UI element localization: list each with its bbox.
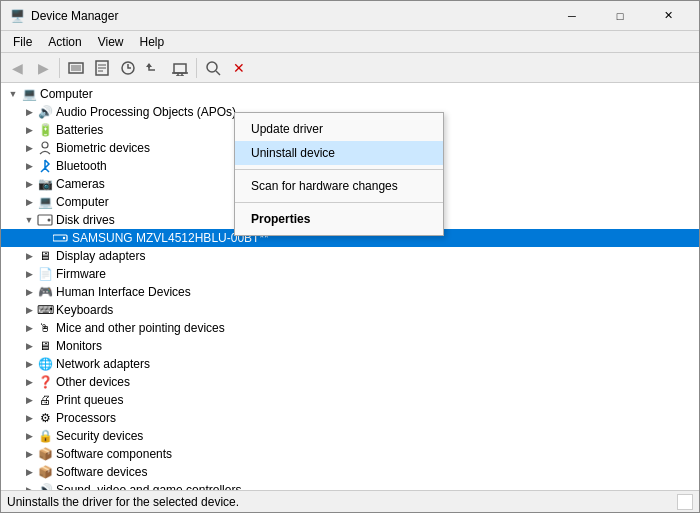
uninstall-button[interactable]	[168, 56, 192, 80]
softwaredev-icon: 📦	[37, 464, 53, 480]
cameras-expander[interactable]: ▶	[21, 176, 37, 192]
security-label: Security devices	[56, 429, 143, 443]
maximize-button[interactable]: □	[597, 1, 643, 31]
tree-item-firmware[interactable]: ▶ 📄 Firmware	[1, 265, 699, 283]
network-expander[interactable]: ▶	[21, 356, 37, 372]
other-devices-label: Other devices	[56, 375, 130, 389]
other-devices-expander[interactable]: ▶	[21, 374, 37, 390]
tree-item-hid[interactable]: ▶ 🎮 Human Interface Devices	[1, 283, 699, 301]
diskdrives-icon	[37, 212, 53, 228]
firmware-icon: 📄	[37, 266, 53, 282]
svg-point-19	[63, 237, 65, 239]
context-menu-scan[interactable]: Scan for hardware changes	[235, 174, 443, 198]
sound-icon: 🔊	[37, 482, 53, 490]
svg-line-14	[216, 71, 220, 75]
svg-point-17	[48, 219, 51, 222]
menu-file[interactable]: File	[5, 33, 40, 51]
computer-expander[interactable]: ▶	[21, 194, 37, 210]
hid-expander[interactable]: ▶	[21, 284, 37, 300]
hid-label: Human Interface Devices	[56, 285, 191, 299]
samsung-icon	[53, 230, 69, 246]
monitors-icon: 🖥	[37, 338, 53, 354]
tree-item-display[interactable]: ▶ 🖥 Display adapters	[1, 247, 699, 265]
monitors-label: Monitors	[56, 339, 102, 353]
other-devices-icon: ❓	[37, 374, 53, 390]
softwarecomp-label: Software components	[56, 447, 172, 461]
tree-item-softwarecomp[interactable]: ▶ 📦 Software components	[1, 445, 699, 463]
tree-item-processors[interactable]: ▶ ⚙ Processors	[1, 409, 699, 427]
tree-item-keyboards[interactable]: ▶ ⌨ Keyboards	[1, 301, 699, 319]
tree-item-print[interactable]: ▶ 🖨 Print queues	[1, 391, 699, 409]
bluetooth-icon	[37, 158, 53, 174]
show-hidden-button[interactable]	[64, 56, 88, 80]
tree-item-monitors[interactable]: ▶ 🖥 Monitors	[1, 337, 699, 355]
bluetooth-expander[interactable]: ▶	[21, 158, 37, 174]
processors-expander[interactable]: ▶	[21, 410, 37, 426]
audio-expander[interactable]: ▶	[21, 104, 37, 120]
keyboards-expander[interactable]: ▶	[21, 302, 37, 318]
minimize-button[interactable]: ─	[549, 1, 595, 31]
display-icon: 🖥	[37, 248, 53, 264]
forward-button[interactable]: ▶	[31, 56, 55, 80]
softwarecomp-icon: 📦	[37, 446, 53, 462]
close-button[interactable]: ✕	[645, 1, 691, 31]
menu-bar: File Action View Help	[1, 31, 699, 53]
svg-marker-7	[146, 63, 152, 67]
cameras-label: Cameras	[56, 177, 105, 191]
network-label: Network adapters	[56, 357, 150, 371]
tree-item-softwaredev[interactable]: ▶ 📦 Software devices	[1, 463, 699, 481]
mice-expander[interactable]: ▶	[21, 320, 37, 336]
svg-point-13	[207, 62, 217, 72]
firmware-expander[interactable]: ▶	[21, 266, 37, 282]
svg-rect-1	[71, 65, 81, 71]
tree-item-mice[interactable]: ▶ 🖱 Mice and other pointing devices	[1, 319, 699, 337]
print-expander[interactable]: ▶	[21, 392, 37, 408]
security-icon: 🔒	[37, 428, 53, 444]
sound-expander[interactable]: ▶	[21, 482, 37, 490]
cameras-icon: 📷	[37, 176, 53, 192]
softwaredev-expander[interactable]: ▶	[21, 464, 37, 480]
root-label: Computer	[40, 87, 93, 101]
menu-help[interactable]: Help	[132, 33, 173, 51]
security-expander[interactable]: ▶	[21, 428, 37, 444]
biometric-icon	[37, 140, 53, 156]
device-manager-window: 🖥️ Device Manager ─ □ ✕ File Action View…	[0, 0, 700, 513]
sound-label: Sound, video and game controllers	[56, 483, 241, 490]
menu-view[interactable]: View	[90, 33, 132, 51]
batteries-icon: 🔋	[37, 122, 53, 138]
batteries-label: Batteries	[56, 123, 103, 137]
context-menu-uninstall[interactable]: Uninstall device	[235, 141, 443, 165]
processors-icon: ⚙	[37, 410, 53, 426]
keyboards-label: Keyboards	[56, 303, 113, 317]
tree-item-other-devices[interactable]: ▶ ❓ Other devices	[1, 373, 699, 391]
context-menu-properties[interactable]: Properties	[235, 207, 443, 231]
tree-item-sound[interactable]: ▶ 🔊 Sound, video and game controllers	[1, 481, 699, 490]
update-driver-icon	[120, 60, 136, 76]
audio-icon: 🔊	[37, 104, 53, 120]
tree-root[interactable]: ▼ 💻 Computer	[1, 85, 699, 103]
bluetooth-label: Bluetooth	[56, 159, 107, 173]
menu-action[interactable]: Action	[40, 33, 89, 51]
softwarecomp-expander[interactable]: ▶	[21, 446, 37, 462]
print-icon: 🖨	[37, 392, 53, 408]
batteries-expander[interactable]: ▶	[21, 122, 37, 138]
rollback-button[interactable]	[142, 56, 166, 80]
update-driver-button[interactable]	[116, 56, 140, 80]
context-menu-update-driver[interactable]: Update driver	[235, 117, 443, 141]
remove-button[interactable]: ✕	[227, 56, 251, 80]
scan-hardware-button[interactable]	[201, 56, 225, 80]
display-expander[interactable]: ▶	[21, 248, 37, 264]
properties-button[interactable]	[90, 56, 114, 80]
diskdrives-expander[interactable]: ▼	[21, 212, 37, 228]
context-menu-separator-2	[235, 202, 443, 203]
monitors-expander[interactable]: ▶	[21, 338, 37, 354]
tree-item-network[interactable]: ▶ 🌐 Network adapters	[1, 355, 699, 373]
toolbar-separator-2	[196, 58, 197, 78]
tree-item-security[interactable]: ▶ 🔒 Security devices	[1, 427, 699, 445]
properties-icon	[94, 60, 110, 76]
svg-rect-8	[174, 64, 186, 73]
back-button[interactable]: ◀	[5, 56, 29, 80]
biometric-expander[interactable]: ▶	[21, 140, 37, 156]
window-controls: ─ □ ✕	[549, 1, 691, 31]
root-expander[interactable]: ▼	[5, 86, 21, 102]
